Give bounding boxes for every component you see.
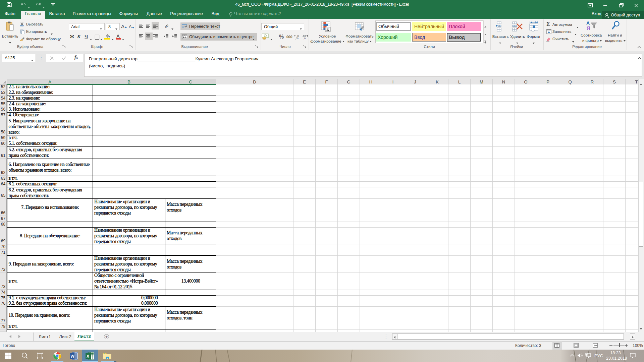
svg-text:,0: ,0 <box>304 37 306 40</box>
svg-text:W: W <box>70 354 74 359</box>
svg-text:,00: ,00 <box>295 37 299 40</box>
svg-text:X: X <box>87 354 89 359</box>
svg-text:ab: ab <box>164 23 169 29</box>
